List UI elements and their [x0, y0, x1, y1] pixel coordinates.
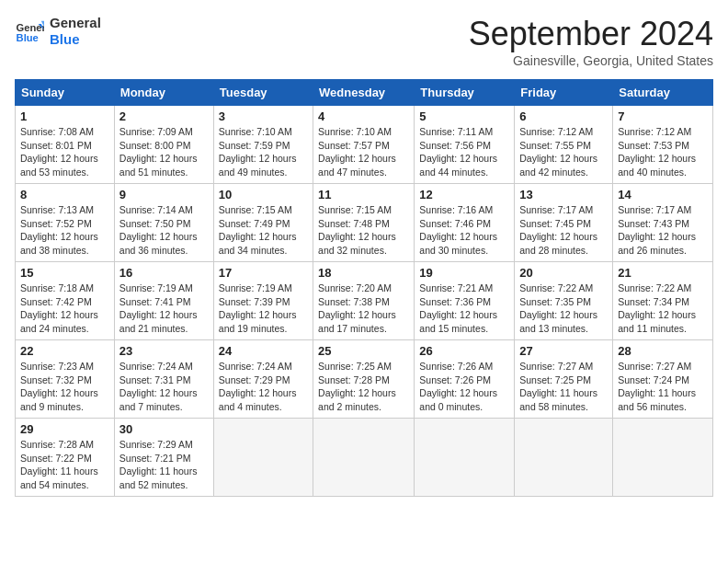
day-number: 23	[119, 344, 209, 358]
calendar-cell: 30 Sunrise: 7:29 AMSunset: 7:21 PMDaylig…	[114, 419, 213, 497]
day-detail: Sunrise: 7:26 AMSunset: 7:26 PMDaylight:…	[419, 361, 497, 412]
calendar-cell: 13 Sunrise: 7:17 AMSunset: 7:45 PMDaylig…	[515, 184, 613, 262]
day-detail: Sunrise: 7:23 AMSunset: 7:32 PMDaylight:…	[20, 361, 98, 412]
page-header: General Blue General Blue September 2024…	[15, 15, 713, 68]
day-number: 7	[618, 109, 708, 123]
weekday-header-saturday: Saturday	[613, 80, 713, 106]
weekday-header-thursday: Thursday	[415, 80, 515, 106]
day-number: 16	[119, 266, 209, 280]
day-number: 17	[219, 266, 308, 280]
calendar-title: September 2024	[469, 15, 713, 53]
day-detail: Sunrise: 7:12 AMSunset: 7:55 PMDaylight:…	[519, 126, 597, 178]
calendar-cell: 25 Sunrise: 7:25 AMSunset: 7:28 PMDaylig…	[313, 340, 415, 419]
weekday-header-tuesday: Tuesday	[213, 80, 313, 106]
day-detail: Sunrise: 7:10 AMSunset: 7:59 PMDaylight:…	[219, 126, 297, 178]
day-detail: Sunrise: 7:11 AMSunset: 7:56 PMDaylight:…	[419, 126, 497, 178]
day-detail: Sunrise: 7:17 AMSunset: 7:45 PMDaylight:…	[519, 204, 597, 256]
day-detail: Sunrise: 7:27 AMSunset: 7:25 PMDaylight:…	[519, 361, 597, 412]
day-number: 4	[318, 109, 409, 123]
day-number: 29	[20, 422, 109, 436]
logo: General Blue General Blue	[15, 15, 101, 48]
day-number: 9	[119, 188, 209, 201]
calendar-cell: 2 Sunrise: 7:09 AMSunset: 8:00 PMDayligh…	[114, 106, 213, 184]
calendar-cell: 26 Sunrise: 7:26 AMSunset: 7:26 PMDaylig…	[415, 340, 515, 419]
logo-line2: Blue	[50, 31, 101, 48]
weekday-header-friday: Friday	[515, 80, 613, 106]
day-number: 13	[519, 188, 608, 201]
day-number: 25	[318, 344, 409, 358]
calendar-cell: 5 Sunrise: 7:11 AMSunset: 7:56 PMDayligh…	[415, 106, 515, 184]
day-detail: Sunrise: 7:09 AMSunset: 8:00 PMDaylight:…	[119, 126, 198, 178]
calendar-cell: 11 Sunrise: 7:15 AMSunset: 7:48 PMDaylig…	[313, 184, 415, 262]
calendar-cell: 28 Sunrise: 7:27 AMSunset: 7:24 PMDaylig…	[613, 340, 713, 419]
day-detail: Sunrise: 7:25 AMSunset: 7:28 PMDaylight:…	[318, 361, 396, 412]
calendar-cell: 3 Sunrise: 7:10 AMSunset: 7:59 PMDayligh…	[213, 106, 313, 184]
calendar-week-2: 8 Sunrise: 7:13 AMSunset: 7:52 PMDayligh…	[16, 184, 713, 262]
day-detail: Sunrise: 7:14 AMSunset: 7:50 PMDaylight:…	[119, 204, 198, 256]
day-detail: Sunrise: 7:12 AMSunset: 7:53 PMDaylight:…	[618, 126, 696, 178]
day-detail: Sunrise: 7:15 AMSunset: 7:49 PMDaylight:…	[219, 204, 297, 256]
day-number: 2	[119, 109, 209, 123]
calendar-cell: 12 Sunrise: 7:16 AMSunset: 7:46 PMDaylig…	[415, 184, 515, 262]
day-number: 28	[618, 344, 708, 358]
day-number: 22	[20, 344, 109, 358]
day-detail: Sunrise: 7:16 AMSunset: 7:46 PMDaylight:…	[419, 204, 497, 256]
day-number: 1	[20, 109, 109, 123]
day-number: 5	[419, 109, 509, 123]
calendar-cell: 8 Sunrise: 7:13 AMSunset: 7:52 PMDayligh…	[16, 184, 115, 262]
calendar-cell: 24 Sunrise: 7:24 AMSunset: 7:29 PMDaylig…	[213, 340, 313, 419]
svg-text:Blue: Blue	[17, 32, 39, 43]
calendar-cell	[415, 419, 515, 497]
day-number: 18	[318, 266, 409, 280]
day-number: 3	[219, 109, 308, 123]
day-detail: Sunrise: 7:10 AMSunset: 7:57 PMDaylight:…	[318, 126, 396, 178]
day-detail: Sunrise: 7:22 AMSunset: 7:35 PMDaylight:…	[519, 282, 597, 334]
logo-line1: General	[50, 15, 101, 31]
day-detail: Sunrise: 7:17 AMSunset: 7:43 PMDaylight:…	[618, 204, 696, 256]
calendar-table: SundayMondayTuesdayWednesdayThursdayFrid…	[15, 79, 713, 497]
calendar-week-4: 22 Sunrise: 7:23 AMSunset: 7:32 PMDaylig…	[16, 340, 713, 419]
calendar-cell: 22 Sunrise: 7:23 AMSunset: 7:32 PMDaylig…	[16, 340, 115, 419]
calendar-cell: 10 Sunrise: 7:15 AMSunset: 7:49 PMDaylig…	[213, 184, 313, 262]
day-number: 27	[519, 344, 608, 358]
calendar-cell	[213, 419, 313, 497]
day-detail: Sunrise: 7:13 AMSunset: 7:52 PMDaylight:…	[20, 204, 98, 256]
calendar-header-row: SundayMondayTuesdayWednesdayThursdayFrid…	[16, 80, 713, 106]
day-detail: Sunrise: 7:24 AMSunset: 7:29 PMDaylight:…	[219, 361, 297, 412]
calendar-subtitle: Gainesville, Georgia, United States	[469, 53, 713, 68]
calendar-cell: 23 Sunrise: 7:24 AMSunset: 7:31 PMDaylig…	[114, 340, 213, 419]
day-detail: Sunrise: 7:27 AMSunset: 7:24 PMDaylight:…	[618, 361, 696, 412]
calendar-body: 1 Sunrise: 7:08 AMSunset: 8:01 PMDayligh…	[16, 106, 713, 497]
weekday-header-wednesday: Wednesday	[313, 80, 415, 106]
calendar-cell: 1 Sunrise: 7:08 AMSunset: 8:01 PMDayligh…	[16, 106, 115, 184]
logo-icon: General Blue	[15, 17, 44, 46]
calendar-cell: 29 Sunrise: 7:28 AMSunset: 7:22 PMDaylig…	[16, 419, 115, 497]
day-number: 19	[419, 266, 509, 280]
calendar-cell: 18 Sunrise: 7:20 AMSunset: 7:38 PMDaylig…	[313, 262, 415, 340]
day-number: 14	[618, 188, 708, 201]
day-detail: Sunrise: 7:21 AMSunset: 7:36 PMDaylight:…	[419, 282, 497, 334]
day-number: 21	[618, 266, 708, 280]
day-number: 26	[419, 344, 509, 358]
calendar-cell	[515, 419, 613, 497]
calendar-week-1: 1 Sunrise: 7:08 AMSunset: 8:01 PMDayligh…	[16, 106, 713, 184]
calendar-cell: 9 Sunrise: 7:14 AMSunset: 7:50 PMDayligh…	[114, 184, 213, 262]
day-detail: Sunrise: 7:28 AMSunset: 7:22 PMDaylight:…	[20, 439, 98, 490]
day-detail: Sunrise: 7:19 AMSunset: 7:41 PMDaylight:…	[119, 282, 198, 334]
day-detail: Sunrise: 7:18 AMSunset: 7:42 PMDaylight:…	[20, 282, 98, 334]
calendar-cell: 19 Sunrise: 7:21 AMSunset: 7:36 PMDaylig…	[415, 262, 515, 340]
weekday-header-sunday: Sunday	[16, 80, 115, 106]
title-block: September 2024 Gainesville, Georgia, Uni…	[469, 15, 713, 68]
calendar-cell: 17 Sunrise: 7:19 AMSunset: 7:39 PMDaylig…	[213, 262, 313, 340]
calendar-week-3: 15 Sunrise: 7:18 AMSunset: 7:42 PMDaylig…	[16, 262, 713, 340]
day-detail: Sunrise: 7:19 AMSunset: 7:39 PMDaylight:…	[219, 282, 297, 334]
calendar-week-5: 29 Sunrise: 7:28 AMSunset: 7:22 PMDaylig…	[16, 419, 713, 497]
day-detail: Sunrise: 7:22 AMSunset: 7:34 PMDaylight:…	[618, 282, 696, 334]
day-number: 11	[318, 188, 409, 201]
calendar-cell: 14 Sunrise: 7:17 AMSunset: 7:43 PMDaylig…	[613, 184, 713, 262]
day-detail: Sunrise: 7:20 AMSunset: 7:38 PMDaylight:…	[318, 282, 396, 334]
svg-text:General: General	[17, 22, 44, 33]
day-number: 20	[519, 266, 608, 280]
day-number: 6	[519, 109, 608, 123]
calendar-cell	[613, 419, 713, 497]
